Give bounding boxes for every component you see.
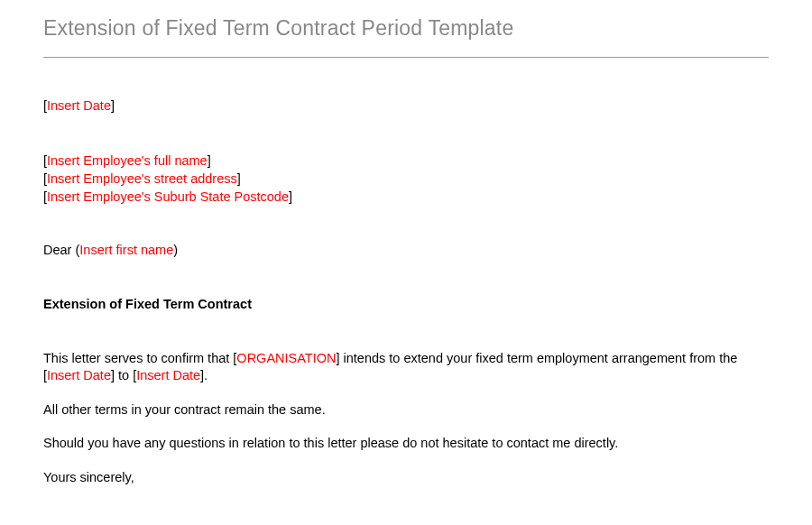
paragraph-2: All other terms in your contract remain … <box>43 401 769 419</box>
paragraph-1: This letter serves to confirm that [ORGA… <box>43 350 769 385</box>
placeholder-to-date: Insert Date <box>136 368 200 382</box>
divider <box>43 57 769 58</box>
placeholder-street: Insert Employee's street address <box>47 171 237 186</box>
address-line-3: [Insert Employee's Suburb State Postcode… <box>43 188 769 206</box>
bracket-close: ] <box>237 171 241 186</box>
salutation: Dear (Insert first name) <box>43 242 769 260</box>
address-line-1: [Insert Employee's full name] <box>43 152 769 170</box>
page-title: Extension of Fixed Term Contract Period … <box>43 16 769 41</box>
subject-line: Extension of Fixed Term Contract <box>43 296 769 314</box>
bracket-close: ] <box>289 189 292 204</box>
address-line-2: [Insert Employee's street address] <box>43 170 769 188</box>
placeholder-suburb: Insert Employee's Suburb State Postcode <box>47 189 289 204</box>
address-block: [Insert Employee's full name] [Insert Em… <box>43 152 769 207</box>
p1-text-a: This letter serves to confirm that [ <box>43 351 236 365</box>
salutation-close: ) <box>173 243 178 257</box>
placeholder-fullname: Insert Employee's full name <box>47 153 208 168</box>
placeholder-date: Insert Date <box>47 98 111 113</box>
dear-text: Dear ( <box>43 243 79 257</box>
p1-text-d: ]. <box>200 368 208 382</box>
placeholder-firstname: Insert first name <box>79 243 173 257</box>
date-line: [Insert Date] <box>43 97 769 115</box>
signoff: Yours sincerely, <box>43 469 769 487</box>
paragraph-3: Should you have any questions in relatio… <box>43 435 769 453</box>
bracket-close: ] <box>111 98 115 113</box>
placeholder-from-date: Insert Date <box>47 368 111 382</box>
placeholder-organisation: ORGANISATION <box>236 351 336 365</box>
p1-text-c: ] to [ <box>111 368 136 382</box>
letter-body: [Insert Date] [Insert Employee's full na… <box>43 97 769 486</box>
bracket-close: ] <box>208 153 211 168</box>
